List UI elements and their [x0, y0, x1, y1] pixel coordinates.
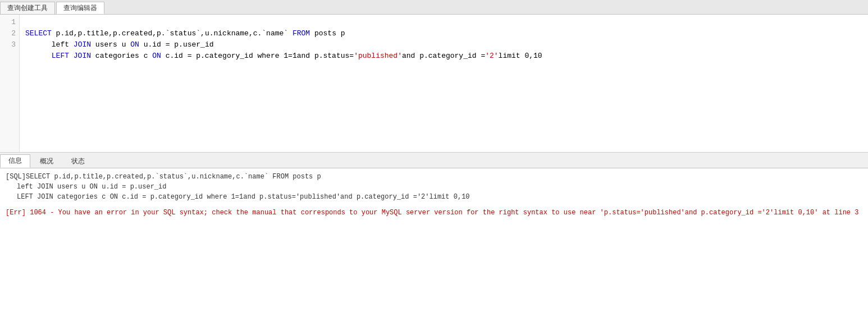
tab-query-editor-label: 查询编辑器 [63, 3, 97, 13]
result-line-3: LEFT JOIN categories c ON c.id = p.categ… [6, 192, 862, 202]
tab-query-builder-label: 查询创建工具 [7, 3, 48, 13]
result-area: [SQL]SELECT p.id,p.title,p.created,p.`st… [0, 168, 868, 313]
tab-status-label: 状态 [71, 157, 85, 166]
tab-info-label: 信息 [8, 156, 22, 166]
tab-info[interactable]: 信息 [0, 154, 30, 168]
tab-query-editor[interactable]: 查询编辑器 [56, 2, 104, 14]
bottom-tab-bar: 信息 概况 状态 [0, 153, 868, 168]
result-line-empty [6, 202, 862, 208]
tab-status[interactable]: 状态 [63, 154, 93, 168]
result-line-2: left JOIN users u ON u.id = p.user_id [6, 182, 862, 192]
code-line-3: LEFT JOIN categories c ON c.id = p.categ… [25, 52, 542, 60]
line-number-2: 2 [0, 28, 19, 39]
code-editor[interactable]: SELECT p.id,p.title,p.created,p.`status`… [20, 15, 868, 152]
tab-overview-label: 概况 [40, 157, 53, 166]
tab-overview[interactable]: 概况 [31, 154, 62, 168]
top-tab-bar: 查询创建工具 查询编辑器 [0, 0, 868, 15]
code-line-1: SELECT p.id,p.title,p.created,p.`status`… [25, 29, 345, 38]
result-line-1: [SQL]SELECT p.id,p.title,p.created,p.`st… [6, 172, 862, 182]
tab-query-builder[interactable]: 查询创建工具 [0, 2, 55, 14]
result-line-error: [Err] 1064 - You have an error in your S… [6, 208, 862, 218]
code-line-2: left JOIN users u ON u.id = p.user_id [25, 40, 214, 49]
editor-area[interactable]: 1 2 3 SELECT p.id,p.title,p.created,p.`s… [0, 15, 868, 153]
main-container: 查询创建工具 查询编辑器 1 2 3 SELECT p.id,p.title,p… [0, 0, 868, 312]
line-number-1: 1 [0, 17, 19, 28]
line-number-3: 3 [0, 39, 19, 51]
line-numbers: 1 2 3 [0, 15, 20, 152]
